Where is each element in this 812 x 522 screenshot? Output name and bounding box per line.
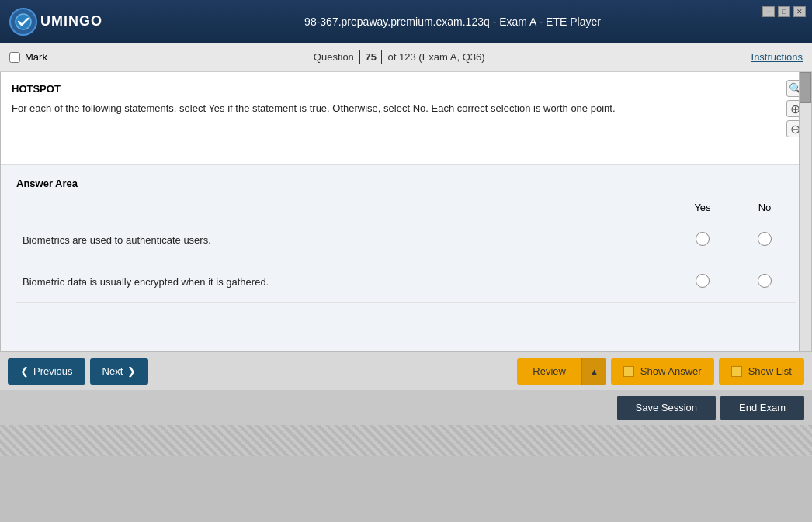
show-answer-button[interactable]: Show Answer xyxy=(611,358,714,385)
answer-table: Yes No Biometrics are used to authentica… xyxy=(16,202,796,303)
toolbar: Mark Question 75 of 123 (Exam A, Q36) In… xyxy=(0,43,812,72)
review-dropdown-button[interactable]: ▲ xyxy=(581,358,606,385)
maximize-button[interactable]: □ xyxy=(778,6,790,17)
next-button[interactable]: Next ❯ xyxy=(90,358,149,385)
question-body: For each of the following statements, se… xyxy=(12,101,772,116)
question-type: HOTSPOT xyxy=(12,83,772,95)
question-info: Question 75 of 123 (Exam A, Q36) xyxy=(47,50,751,64)
previous-button[interactable]: ❮ Previous xyxy=(8,358,85,385)
close-button[interactable]: ✕ xyxy=(793,6,806,17)
bottom-action-bar: Save Session End Exam xyxy=(0,390,812,425)
answer-area-title: Answer Area xyxy=(16,178,796,189)
table-row: Biometric data is usually encrypted when… xyxy=(16,261,796,303)
yes-radio[interactable] xyxy=(696,232,710,246)
question-number: 75 xyxy=(359,50,381,64)
col-header-no: No xyxy=(734,202,796,220)
instructions-link[interactable]: Instructions xyxy=(751,51,803,63)
hatch-decoration xyxy=(0,425,812,456)
statement-cell: Biometric data is usually encrypted when… xyxy=(16,261,671,303)
logo-text: UMINGO xyxy=(40,13,102,29)
mark-label: Mark xyxy=(25,51,47,63)
statement-cell: Biometrics are used to authenticate user… xyxy=(16,220,671,261)
yes-radio[interactable] xyxy=(696,274,710,288)
no-radio[interactable] xyxy=(758,274,772,288)
logo-icon xyxy=(9,8,37,36)
scrollbar-thumb[interactable] xyxy=(800,72,811,103)
chevron-right-icon: ❯ xyxy=(127,365,136,377)
show-list-checkbox-icon xyxy=(731,366,742,377)
yes-radio-cell[interactable] xyxy=(671,220,734,261)
window-controls: − □ ✕ xyxy=(762,6,806,17)
question-section: HOTSPOT For each of the following statem… xyxy=(1,72,811,165)
no-radio-cell[interactable] xyxy=(734,220,796,261)
question-label: Question xyxy=(314,51,354,63)
table-row: Biometrics are used to authenticate user… xyxy=(16,220,796,261)
save-session-button[interactable]: Save Session xyxy=(617,396,717,420)
mark-checkbox[interactable] xyxy=(9,52,20,63)
logo: UMINGO xyxy=(9,8,102,36)
scrollbar[interactable] xyxy=(799,72,811,351)
bottom-nav: ❮ Previous Next ❯ Review ▲ Show Answer S… xyxy=(0,351,812,390)
review-section: Review ▲ xyxy=(517,358,606,385)
review-button[interactable]: Review xyxy=(517,358,581,385)
chevron-left-icon: ❮ xyxy=(20,365,29,377)
yes-radio-cell[interactable] xyxy=(671,261,734,303)
no-radio-cell[interactable] xyxy=(734,261,796,303)
minimize-button[interactable]: − xyxy=(762,6,775,17)
main-content: HOTSPOT For each of the following statem… xyxy=(0,72,812,351)
col-header-yes: Yes xyxy=(671,202,734,220)
show-answer-checkbox-icon xyxy=(623,366,634,377)
end-exam-button[interactable]: End Exam xyxy=(720,396,804,420)
question-of: of 123 (Exam A, Q36) xyxy=(388,51,485,63)
no-radio[interactable] xyxy=(758,232,772,246)
answer-area: Answer Area Yes No Biometrics are used t… xyxy=(1,165,811,351)
mark-section: Mark xyxy=(9,51,47,63)
title-bar: UMINGO 98-367.prepaway.premium.exam.123q… xyxy=(0,0,812,43)
window-title: 98-367.prepaway.premium.exam.123q - Exam… xyxy=(102,16,803,28)
show-list-button[interactable]: Show List xyxy=(719,358,804,385)
col-header-statement xyxy=(16,202,671,220)
